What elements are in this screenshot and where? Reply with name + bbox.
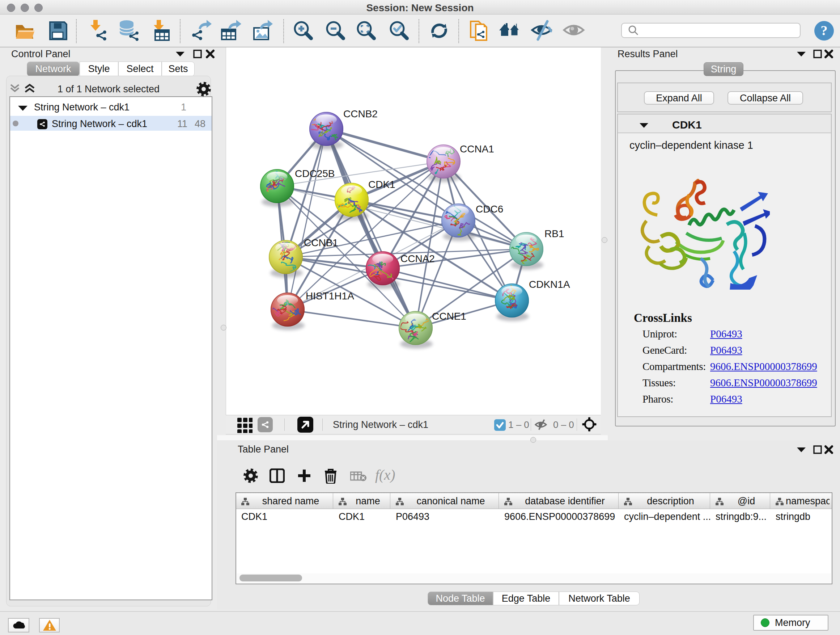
svg-text:CDKN1A: CDKN1A [529,279,570,290]
svg-text:?: ? [821,23,828,38]
svg-text:CDC6: CDC6 [476,203,503,215]
svg-text:HIST1H1A: HIST1H1A [306,290,354,302]
svg-text:CCNE1: CCNE1 [432,310,466,322]
svg-text:CCNA2: CCNA2 [401,253,435,264]
svg-text:CDK1: CDK1 [368,179,395,190]
svg-text:CCNB2: CCNB2 [343,108,378,119]
svg-text:CDC25B: CDC25B [295,168,335,179]
svg-text:RB1: RB1 [545,228,564,239]
svg-text:CCNA1: CCNA1 [460,143,494,155]
svg-text:CCNB1: CCNB1 [304,237,338,249]
